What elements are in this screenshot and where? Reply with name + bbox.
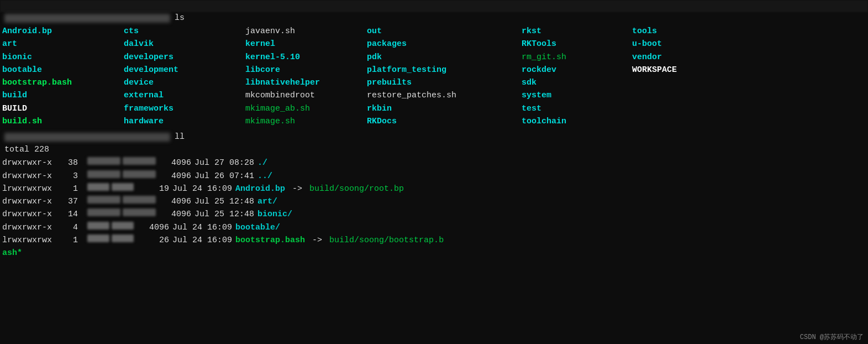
links-count: 37 bbox=[63, 195, 83, 208]
ls-item: libnativehelper bbox=[245, 76, 367, 89]
owner-blur bbox=[87, 183, 109, 191]
owner-blur bbox=[87, 234, 109, 242]
symlink-target: build/soong/bootstrap.b bbox=[329, 234, 444, 247]
group-blur bbox=[112, 234, 134, 242]
owner-blur bbox=[87, 209, 120, 216]
ls-item: kernel bbox=[245, 38, 367, 50]
permissions: drwxrwxr-x bbox=[2, 195, 63, 208]
file-size: 4096 bbox=[158, 208, 191, 221]
bash-continuation-line: ash* bbox=[2, 247, 866, 259]
ls-item: vendor bbox=[632, 51, 743, 64]
group-blur bbox=[112, 183, 134, 191]
file-date: Jul 24 16:09 bbox=[172, 183, 232, 195]
watermark: CSDN @苏苏码不动了 bbox=[800, 332, 864, 342]
ls-item: development bbox=[124, 64, 245, 76]
ls-item: platform_testing bbox=[367, 64, 522, 76]
file-date: Jul 24 16:09 bbox=[172, 234, 232, 247]
permissions: drwxrwxr-x bbox=[2, 170, 63, 183]
ls-item: tools bbox=[632, 25, 743, 38]
ls-item: cts bbox=[124, 25, 245, 38]
ls-item: dalvik bbox=[124, 38, 245, 50]
ll-command: ll bbox=[175, 132, 185, 142]
links-count: 38 bbox=[63, 157, 83, 169]
permissions: drwxrwxr-x bbox=[2, 208, 63, 221]
ls-item: RKTools bbox=[522, 38, 632, 50]
group-blur bbox=[123, 196, 156, 204]
ls-item: pdk bbox=[367, 51, 522, 64]
ls-item: external bbox=[124, 89, 245, 102]
ll-prompt-blur bbox=[4, 133, 170, 142]
symlink-arrow: -> bbox=[307, 234, 327, 247]
prompt bbox=[4, 14, 170, 23]
owner-blur bbox=[87, 222, 109, 230]
ls-item: packages bbox=[367, 38, 522, 50]
group-blur bbox=[112, 222, 134, 230]
file-size: 19 bbox=[136, 183, 169, 195]
ls-command: ls bbox=[175, 13, 185, 23]
ls-item bbox=[632, 76, 743, 89]
ls-item bbox=[632, 115, 743, 128]
permissions: lrwxrwxrwx bbox=[2, 183, 63, 195]
links-count: 3 bbox=[63, 170, 83, 183]
file-date: Jul 24 16:09 bbox=[172, 221, 232, 234]
bash-continuation: ash* bbox=[2, 247, 22, 259]
ll-output: total 228 drwxrwxr-x 38 4096 Jul 27 08:2… bbox=[0, 143, 868, 259]
ls-item: rkbin bbox=[367, 102, 522, 115]
ls-item: hardware bbox=[124, 115, 245, 128]
ls-output: Android.bp cts javaenv.sh out rkst tools… bbox=[0, 24, 868, 129]
ls-item: out bbox=[367, 25, 522, 38]
links-count: 1 bbox=[63, 183, 83, 195]
ls-item: WORKSPACE bbox=[632, 64, 743, 76]
filename: ../ bbox=[257, 170, 272, 183]
ls-item: build.sh bbox=[2, 115, 124, 128]
symlink-target: build/soong/root.bp bbox=[309, 183, 404, 195]
ls-item: mkcombinedroot bbox=[245, 89, 367, 102]
ls-item: system bbox=[522, 89, 632, 102]
ls-item: mkimage_ab.sh bbox=[245, 102, 367, 115]
terminal: ls Android.bp cts javaenv.sh out rkst to… bbox=[0, 0, 868, 344]
permissions: lrwxrwxrwx bbox=[2, 234, 63, 247]
links-count: 14 bbox=[63, 208, 83, 221]
table-row: drwxrwxr-x 4 4096 Jul 24 16:09 bootable/ bbox=[2, 221, 866, 234]
filename: art/ bbox=[257, 195, 277, 208]
ls-item: u-boot bbox=[632, 38, 743, 50]
ls-item: test bbox=[522, 102, 632, 115]
ls-item: restore_patches.sh bbox=[367, 89, 522, 102]
ls-item: libcore bbox=[245, 64, 367, 76]
file-size: 4096 bbox=[158, 195, 191, 208]
ls-item bbox=[632, 102, 743, 115]
file-size: 4096 bbox=[136, 221, 169, 234]
ls-command-line: ls bbox=[0, 12, 868, 24]
ls-item: RKDocs bbox=[367, 115, 522, 128]
table-row: lrwxrwxrwx 1 19 Jul 24 16:09 Android.bp … bbox=[2, 183, 866, 195]
ls-item: javaenv.sh bbox=[245, 25, 367, 38]
links-count: 1 bbox=[63, 234, 83, 247]
group-blur bbox=[123, 170, 156, 178]
ls-item: rockdev bbox=[522, 64, 632, 76]
permissions: drwxrwxr-x bbox=[2, 221, 63, 234]
ls-item: device bbox=[124, 76, 245, 89]
top-blurred-line bbox=[0, 0, 868, 12]
ls-item: rm_git.sh bbox=[522, 51, 632, 64]
ll-command-line: ll bbox=[0, 131, 868, 143]
table-row: drwxrwxr-x 14 4096 Jul 25 12:48 bionic/ bbox=[2, 208, 866, 221]
ls-item: bionic bbox=[2, 51, 124, 64]
ls-item: build bbox=[2, 89, 124, 102]
owner-blur bbox=[87, 196, 120, 204]
file-size: 4096 bbox=[158, 157, 191, 169]
group-blur bbox=[123, 157, 156, 165]
filename: Android.bp bbox=[235, 183, 285, 195]
ls-item: toolchain bbox=[522, 115, 632, 128]
table-row: lrwxrwxrwx 1 26 Jul 24 16:09 bootstrap.b… bbox=[2, 234, 866, 247]
owner-blur bbox=[87, 157, 120, 165]
table-row: drwxrwxr-x 38 4096 Jul 27 08:28 ./ bbox=[2, 157, 866, 169]
ls-item: sdk bbox=[522, 76, 632, 89]
ls-item: developers bbox=[124, 51, 245, 64]
ls-item: kernel-5.10 bbox=[245, 51, 367, 64]
table-row: drwxrwxr-x 3 4096 Jul 26 07:41 ../ bbox=[2, 170, 866, 183]
ls-item: rkst bbox=[522, 25, 632, 38]
file-date: Jul 25 12:48 bbox=[194, 208, 254, 221]
symlink-arrow: -> bbox=[287, 183, 307, 195]
ls-item: BUILD bbox=[2, 102, 124, 115]
ls-item bbox=[632, 89, 743, 102]
